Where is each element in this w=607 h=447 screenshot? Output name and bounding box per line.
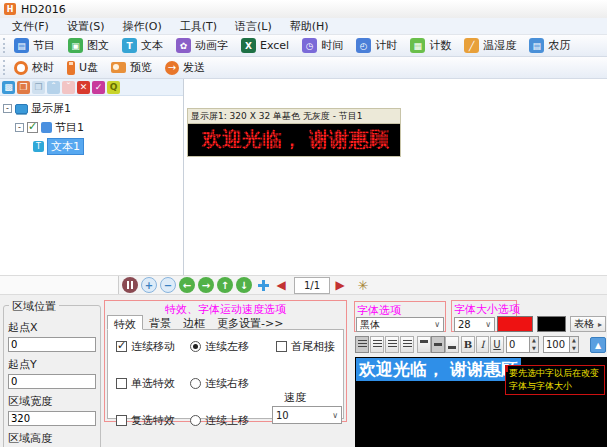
italic-button[interactable]: I — [476, 336, 489, 353]
move-right-button[interactable]: → — [198, 277, 214, 293]
single-effect-label: 单选特效 — [131, 376, 175, 391]
bold-button[interactable]: B — [461, 336, 475, 353]
move-left-button[interactable]: ← — [179, 277, 195, 293]
align-right-button[interactable] — [385, 336, 399, 353]
valign-middle-button[interactable] — [431, 336, 445, 353]
multi-effect-checkbox[interactable]: 复选特效 — [116, 413, 175, 428]
up-scroll-radio[interactable]: 连续上移 — [190, 413, 249, 428]
continuous-move-checkbox[interactable]: 连续移动 — [116, 339, 175, 354]
search-icon[interactable]: Q — [107, 81, 120, 94]
region-width-label: 区域宽度 — [8, 394, 96, 409]
move-down-button[interactable]: ↓ — [236, 277, 252, 293]
prev-page-button[interactable]: ◀ — [274, 277, 288, 293]
region-width-input[interactable] — [8, 411, 96, 426]
send-button[interactable]: → 发送 — [161, 58, 214, 77]
menu-file[interactable]: 文件(F) — [3, 17, 58, 36]
collapse-icon[interactable]: - — [3, 104, 12, 113]
animated-text-button[interactable]: ✿ 动画字 — [172, 36, 237, 55]
checkbox-icon — [116, 378, 127, 389]
tree-node-screen[interactable]: - 显示屏1 — [3, 101, 71, 116]
tab-border[interactable]: 边框 — [177, 315, 211, 330]
program-button[interactable]: ▤ 节目 — [10, 36, 64, 55]
excel-icon: X — [241, 38, 256, 53]
graphic-text-button[interactable]: ▣ 图文 — [64, 36, 118, 55]
align-justify-button[interactable] — [400, 336, 414, 353]
move-up-icon[interactable]: ˆ — [47, 81, 60, 94]
single-effect-checkbox[interactable]: 单选特效 — [116, 376, 175, 391]
apply-icon[interactable]: ✓ — [92, 81, 105, 94]
usb-button[interactable]: U盘 — [63, 58, 107, 77]
checkbox-icon — [116, 341, 127, 352]
time-button[interactable]: ◷ 时间 — [298, 36, 352, 55]
pause-button[interactable] — [122, 277, 138, 293]
delete-icon[interactable]: ✕ — [77, 81, 90, 94]
settings-flower-icon[interactable]: ✳ — [355, 277, 371, 293]
toolbar-grip — [3, 38, 6, 53]
speed-select[interactable]: 10 ∨ — [272, 406, 342, 424]
spacing-spinner[interactable]: 0 ▲▼ — [506, 336, 539, 353]
selected-editor-text[interactable]: 欢迎光临， 谢谢惠顾 — [356, 358, 521, 381]
underline-button[interactable]: U — [490, 336, 504, 353]
pan-button[interactable] — [255, 277, 271, 293]
counter-button[interactable]: ▦ 计数 — [406, 36, 460, 55]
menu-bar: 文件(F) 设置(S) 操作(O) 工具(T) 语言(L) 帮助(H) — [0, 18, 607, 35]
chevron-right-icon: ▸ — [598, 320, 602, 329]
text-button[interactable]: T 文本 — [118, 36, 172, 55]
tab-background[interactable]: 背景 — [143, 315, 177, 330]
move-down-icon[interactable]: ˇ — [62, 81, 75, 94]
valign-bottom-button[interactable] — [445, 336, 459, 353]
head-tail-checkbox[interactable]: 首尾相接 — [276, 339, 335, 354]
align-center-button[interactable] — [370, 336, 384, 353]
excel-label: Excel — [260, 39, 289, 52]
excel-button[interactable]: X Excel — [237, 36, 298, 55]
program-checkbox[interactable] — [27, 122, 38, 133]
tree-node-text[interactable]: T 文本1 — [33, 139, 84, 154]
menu-help[interactable]: 帮助(H) — [281, 17, 338, 36]
radio-icon — [190, 415, 201, 426]
checkbox-icon — [276, 341, 287, 352]
text-color-swatch[interactable] — [497, 316, 533, 332]
move-up-button[interactable]: ↑ — [217, 277, 233, 293]
scale-value: 100 — [544, 337, 569, 352]
tab-effects[interactable]: 特效 — [107, 315, 143, 330]
app-logo-icon: H — [4, 3, 16, 15]
add-program-icon[interactable]: ❐ — [17, 81, 30, 94]
menu-operation[interactable]: 操作(O) — [114, 17, 171, 36]
time-sync-button[interactable]: 校时 — [10, 58, 63, 77]
preview-button[interactable]: 预览 — [107, 58, 161, 77]
nav-spacer — [0, 276, 119, 294]
menu-settings[interactable]: 设置(S) — [58, 17, 114, 36]
add-screen-icon[interactable]: ▩ — [2, 81, 15, 94]
spinner-arrows-icon[interactable]: ▲▼ — [529, 337, 538, 352]
table-button[interactable]: 表格 ▸ — [570, 316, 606, 332]
temp-humidity-button[interactable]: ╱ 温湿度 — [460, 36, 525, 55]
spinner-arrows-icon[interactable]: ▲▼ — [569, 337, 578, 352]
font-size-select[interactable]: 28 ∨ — [454, 317, 495, 332]
scale-spinner[interactable]: 100 ▲▼ — [543, 336, 579, 353]
menu-language[interactable]: 语言(L) — [226, 17, 281, 36]
copy-icon[interactable]: ❐ — [32, 81, 45, 94]
valign-top-button[interactable] — [417, 336, 431, 353]
lunar-calendar-button[interactable]: ▤ 农历 — [525, 36, 579, 55]
tab-more-settings[interactable]: 更多设置->> — [211, 315, 289, 330]
zoom-out-button[interactable]: − — [160, 277, 176, 293]
tree-node-program[interactable]: - 节目1 — [15, 120, 84, 135]
start-x-input[interactable] — [8, 337, 96, 352]
zoom-in-button[interactable]: + — [141, 277, 157, 293]
left-scroll-radio[interactable]: 连续左移 — [190, 339, 249, 354]
calendar-icon: ▤ — [529, 38, 544, 53]
time-sync-label: 校时 — [32, 60, 54, 75]
background-color-swatch[interactable] — [537, 316, 566, 332]
timer-button[interactable]: ◴ 计时 — [352, 36, 406, 55]
app-window: H HD2016 文件(F) 设置(S) 操作(O) 工具(T) 语言(L) 帮… — [0, 0, 607, 447]
align-left-button[interactable] — [355, 336, 369, 353]
font-family-select[interactable]: 黑体 ∨ — [356, 317, 444, 332]
image-button[interactable]: ▲ — [590, 337, 606, 353]
start-y-input[interactable] — [8, 374, 96, 389]
valign-top-icon — [420, 340, 428, 343]
send-label: 发送 — [183, 60, 205, 75]
right-scroll-radio[interactable]: 连续右移 — [190, 376, 249, 391]
next-page-button[interactable]: ▶ — [333, 277, 347, 293]
collapse-icon[interactable]: - — [15, 123, 24, 132]
menu-tools[interactable]: 工具(T) — [171, 17, 226, 36]
